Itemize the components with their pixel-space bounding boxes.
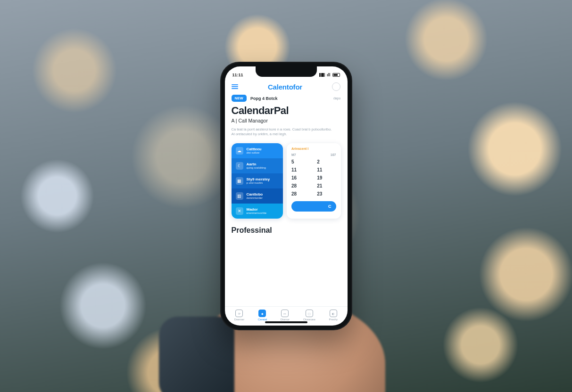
tab-icon: ⟳ — [235, 310, 243, 317]
notch — [256, 66, 317, 77]
feature-item[interactable]: ✕ Madoreneninersvoritte — [232, 204, 283, 219]
features-card[interactable]: ☁ Cattteeudist sollow ☾ Aartnquing sceld… — [232, 143, 283, 219]
app-description: Ca teat la porrt aesterol kore n a rcws.… — [232, 127, 332, 137]
feature-label: Aartn — [247, 163, 266, 166]
tab-icon: ◆ — [258, 310, 266, 317]
cal-cell[interactable]: 23 — [317, 191, 336, 196]
section-title: Professinal — [225, 219, 348, 237]
calendar-card[interactable]: Arinscent I M7 107 5 2 11 11 16 19 28 21… — [287, 143, 341, 219]
feature-label: Sty9 merstey — [247, 178, 270, 181]
cal-cell[interactable]: 28 — [291, 191, 310, 196]
app-title: CalendarPal — [232, 105, 341, 117]
feature-item[interactable]: ☾ Aartnquing scelditing — [232, 158, 283, 173]
tab-label: Deemer — [234, 318, 244, 321]
battery-icon — [332, 73, 340, 77]
navbar: Calentofor — [225, 81, 348, 95]
calendar-action-button[interactable]: C — [291, 201, 336, 212]
phone-frame: 11:11 ıll Calentofor NEW Popg 4 Botck da… — [220, 62, 352, 330]
cal-cell[interactable]: 11 — [317, 167, 336, 172]
tab-item[interactable]: ⟳ Deemer — [234, 310, 244, 321]
app-subtitle: A | Call Managor — [232, 118, 341, 123]
tab-label: Ckaaroee — [303, 318, 315, 321]
tab-label: Diamor — [281, 318, 290, 321]
cal-cell[interactable]: 11 — [291, 167, 310, 172]
cards-row: ☁ Cattteeudist sollow ☾ Aartnquing sceld… — [225, 139, 348, 219]
chart-icon: ▥ — [236, 192, 243, 200]
feature-label: Cattteeu — [247, 147, 262, 151]
badge-row: NEW Popg 4 Botck dapo — [225, 95, 348, 102]
home-indicator[interactable] — [265, 321, 307, 323]
calendar-month: Arinscent I — [291, 147, 308, 150]
cal-cell[interactable]: 21 — [317, 183, 336, 188]
contacts-icon: ☁ — [236, 147, 243, 155]
feature-item[interactable]: ▦ Sty9 mersteyp ond nuultrs — [232, 173, 283, 188]
cloud-icon: ☾ — [236, 162, 243, 170]
tab-label: Preshy — [329, 318, 338, 321]
badge-text: Popg 4 Botck — [250, 96, 278, 101]
feature-item[interactable]: ▥ Canttebodorenntorder — [232, 188, 283, 204]
new-badge: NEW — [232, 95, 247, 102]
carrier-glyph: ıll — [327, 73, 331, 77]
cal-cell[interactable]: 2 — [317, 159, 336, 164]
cross-icon: ✕ — [236, 207, 243, 215]
feature-label: Canttebo — [247, 193, 263, 196]
tab-item[interactable]: ◐ Preshy — [329, 310, 338, 321]
cal-cell[interactable]: 28 — [291, 183, 310, 188]
profile-avatar[interactable] — [332, 82, 340, 91]
navbar-brand: Calentofor — [268, 83, 302, 91]
tab-icon: ▢ — [306, 310, 313, 317]
signal-icon — [319, 73, 325, 77]
menu-icon[interactable] — [232, 84, 238, 89]
status-time: 11:11 — [232, 73, 243, 77]
day-label: M7 — [291, 153, 296, 156]
feature-label: Mador — [247, 208, 267, 212]
tab-item[interactable]: ◆ Caratal — [258, 310, 267, 321]
tab-item[interactable]: ▭ Diamor — [281, 310, 290, 321]
badge-side: dapo — [333, 97, 341, 100]
briefcase-icon: ▭ — [281, 310, 289, 317]
phone-screen: 11:11 ıll Calentofor NEW Popg 4 Botck da… — [225, 66, 348, 326]
tab-icon: ◐ — [330, 310, 337, 317]
cal-cell[interactable]: 5 — [291, 159, 310, 164]
cal-cell[interactable]: 19 — [317, 175, 336, 180]
tab-label: Caratal — [258, 318, 267, 321]
tab-item[interactable]: ▢ Ckaaroee — [303, 310, 315, 321]
day-label: 107 — [331, 153, 336, 156]
grid-icon: ▦ — [236, 177, 243, 185]
calendar-grid: 5 2 11 11 16 19 28 21 28 23 — [291, 159, 336, 196]
hero: CalendarPal A | Call Managor Ca teat la … — [225, 102, 348, 139]
cal-cell[interactable]: 16 — [291, 175, 310, 180]
feature-item[interactable]: ☁ Cattteeudist sollow — [232, 143, 283, 158]
